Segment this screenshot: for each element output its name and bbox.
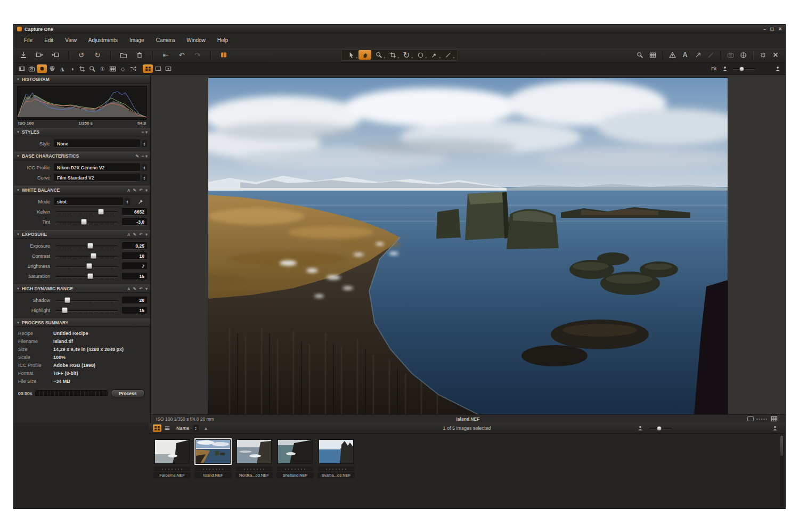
folder-icon[interactable] [118, 50, 129, 60]
hdr-panel-header[interactable]: ▼HIGH DYNAMIC RANGE A✎↶▾ [14, 284, 150, 293]
exposure-edit-icon[interactable]: ✎ [133, 232, 137, 237]
mark-readonly-icon[interactable] [705, 50, 716, 60]
menu-image[interactable]: Image [124, 37, 150, 43]
shadow-value[interactable]: 20 [122, 297, 147, 304]
maximize-button[interactable]: ▢ [770, 27, 774, 31]
menu-help[interactable]: Help [211, 37, 234, 43]
rotate-ccw-icon[interactable]: ↺ [76, 50, 87, 60]
filmroll-icon[interactable] [738, 50, 748, 60]
wb-menu-icon[interactable]: ▾ [145, 188, 148, 193]
select-cursor-icon[interactable]: ▾ [345, 50, 357, 60]
tab-library-icon[interactable] [17, 64, 27, 73]
wb-mode-stepper[interactable]: ▲▼ [125, 198, 130, 205]
wb-reset-icon[interactable]: ↶ [139, 188, 143, 193]
tab-output-icon[interactable] [108, 64, 118, 73]
thumbnail-faroerne[interactable]: Faroerne.NEF [153, 440, 191, 478]
filmstrip-icon[interactable] [770, 415, 778, 423]
exposure-panel-header[interactable]: ▼EXPOSURE A✎↶▾ [14, 230, 150, 239]
exposure-auto-icon[interactable]: A [127, 232, 131, 237]
apply-adjustments-icon[interactable] [50, 50, 61, 60]
menu-file[interactable]: File [18, 37, 38, 43]
tab-batch-icon[interactable]: ◇ [118, 64, 128, 73]
base-edit-icon[interactable]: ✎ [135, 154, 139, 159]
hdr-edit-icon[interactable]: ✎ [133, 287, 137, 291]
style-dropdown[interactable]: None [54, 140, 140, 148]
view-single-icon[interactable] [153, 64, 163, 73]
process-button[interactable]: Process [111, 389, 145, 397]
trash-icon[interactable] [134, 50, 145, 60]
browser-scrollbar[interactable] [780, 435, 784, 506]
minimize-button[interactable]: – [763, 27, 765, 31]
style-stepper[interactable]: ▲▼ [142, 140, 147, 147]
copy-adjustments-icon[interactable] [34, 50, 45, 60]
tab-capture-icon[interactable] [27, 64, 37, 73]
icc-profile-dropdown[interactable]: Nikon D2X Generic V2 [54, 163, 140, 171]
wb-edit-icon[interactable]: ✎ [133, 188, 137, 193]
customize-icon[interactable] [770, 50, 781, 60]
hdr-menu-icon[interactable]: ▾ [145, 287, 148, 291]
import-icon[interactable] [18, 50, 29, 60]
highlight-value[interactable]: 15 [122, 307, 147, 314]
proof-profile-icon[interactable]: A [680, 50, 690, 60]
rating-dots[interactable] [195, 466, 231, 471]
rotate-tool-icon[interactable]: ↻▾ [400, 50, 413, 60]
straighten-tool-icon[interactable]: ▾ [442, 50, 454, 60]
title-bar[interactable]: Capture One – ▢ ✕ [14, 24, 785, 34]
rating-dots[interactable] [154, 466, 190, 471]
grid-overlay-icon[interactable] [647, 50, 658, 60]
view-multi-icon[interactable] [143, 64, 153, 73]
tab-color-icon[interactable] [47, 64, 57, 73]
tab-details-icon[interactable] [87, 64, 97, 73]
zoom-viewer-icon[interactable] [634, 50, 645, 60]
sort-ascending-icon[interactable]: ▲ [204, 426, 208, 431]
menu-window[interactable]: Window [181, 37, 211, 43]
white-balance-panel-header[interactable]: ▼WHITE BALANCE A✎↶▾ [14, 186, 150, 194]
collections-icon[interactable] [218, 50, 229, 60]
kelvin-slider[interactable] [55, 208, 119, 215]
saturation-slider[interactable] [55, 273, 119, 280]
main-photo[interactable] [208, 78, 728, 415]
thumb-size-slider[interactable] [649, 426, 672, 430]
browser-sort-stepper[interactable]: ▲▼ [193, 425, 199, 432]
styles-menu-icon[interactable]: ≡ ▾ [142, 130, 148, 135]
tab-quick-icon[interactable] [37, 64, 47, 73]
brightness-slider[interactable] [55, 263, 119, 269]
highlight-slider[interactable] [55, 307, 119, 314]
thumbnail-svalbard[interactable]: Svalba...o3.NEF [317, 440, 355, 478]
tab-lens-icon[interactable]: ◑ [67, 64, 77, 73]
kelvin-value[interactable]: 6652 [122, 208, 147, 216]
tint-value[interactable]: -3,0 [122, 218, 147, 226]
curve-stepper[interactable]: ▲▼ [142, 174, 147, 181]
base-characteristics-panel-header[interactable]: ▼BASE CHARACTERISTICS ✎≡ ▾ [14, 152, 150, 160]
crop-tool-icon[interactable]: ▾ [386, 50, 399, 60]
menu-edit[interactable]: Edit [38, 37, 59, 43]
pan-hand-icon[interactable]: ▾ [358, 50, 371, 60]
contrast-slider[interactable] [55, 252, 119, 259]
thumbnail-shetland[interactable]: Shetland.NEF [276, 440, 314, 478]
curve-dropdown[interactable]: Film Standard V2 [54, 174, 140, 182]
undo-icon[interactable]: ↶ [176, 50, 187, 60]
rating-dots[interactable] [318, 466, 354, 471]
tint-slider[interactable] [55, 218, 119, 225]
wb-eyedropper-icon[interactable] [135, 197, 146, 207]
saturation-value[interactable]: 15 [122, 273, 147, 280]
contrast-value[interactable]: 10 [122, 252, 147, 260]
tab-metadata-icon[interactable]: ① [97, 64, 108, 73]
styles-panel-header[interactable]: ▼STYLES ≡ ▾ [14, 128, 150, 136]
menu-view[interactable]: View [59, 37, 83, 43]
exposure-warning-icon[interactable] [667, 50, 678, 60]
view-proof-icon[interactable] [163, 64, 173, 73]
exposure-menu-icon[interactable]: ▾ [145, 232, 148, 237]
browser-grid-view-icon[interactable] [153, 424, 161, 432]
menu-camera[interactable]: Camera [150, 37, 181, 43]
slideshow-icon[interactable] [692, 50, 703, 60]
rating-dots[interactable] [236, 466, 272, 471]
nav-dots[interactable]: • • • • • [756, 417, 767, 421]
tab-exposure-icon[interactable]: ◮ [57, 64, 67, 73]
menu-adjustments[interactable]: Adjustments [83, 37, 124, 43]
nav-frame-icon[interactable] [747, 416, 754, 421]
browser-list-view-icon[interactable] [163, 424, 172, 432]
hdr-auto-icon[interactable]: A [127, 287, 131, 291]
brightness-value[interactable]: 7 [122, 263, 147, 270]
base-menu-icon[interactable]: ≡ ▾ [142, 154, 148, 159]
